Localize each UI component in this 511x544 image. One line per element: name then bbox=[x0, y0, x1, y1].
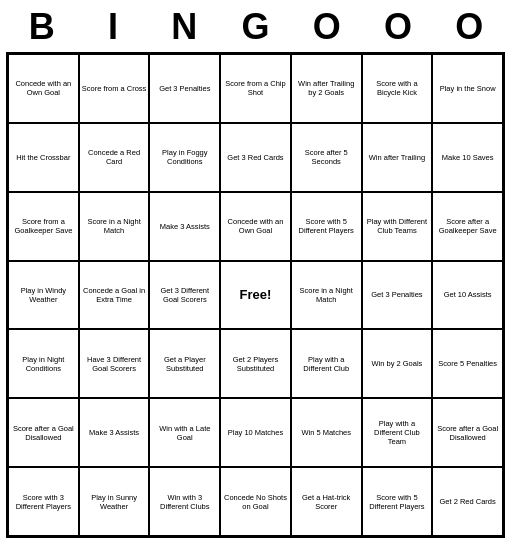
cell-r5-c6[interactable]: Score after a Goal Disallowed bbox=[432, 398, 503, 467]
cell-r1-c0[interactable]: Hit the Crossbar bbox=[8, 123, 79, 192]
cell-r4-c0[interactable]: Play in Night Conditions bbox=[8, 329, 79, 398]
cell-r6-c2[interactable]: Win with 3 Different Clubs bbox=[149, 467, 220, 536]
cell-r5-c3[interactable]: Play 10 Matches bbox=[220, 398, 291, 467]
cell-r5-c5[interactable]: Play with a Different Club Team bbox=[362, 398, 433, 467]
cell-r3-c0[interactable]: Play in Windy Weather bbox=[8, 261, 79, 330]
cell-r3-c3[interactable]: Free! bbox=[220, 261, 291, 330]
cell-r4-c2[interactable]: Get a Player Substituted bbox=[149, 329, 220, 398]
bingo-header: B I N G O O O bbox=[6, 6, 505, 48]
cell-r4-c1[interactable]: Have 3 Different Goal Scorers bbox=[79, 329, 150, 398]
cell-r3-c5[interactable]: Get 3 Penalties bbox=[362, 261, 433, 330]
cell-r5-c4[interactable]: Win 5 Matches bbox=[291, 398, 362, 467]
letter-g: G bbox=[220, 6, 290, 48]
cell-r3-c4[interactable]: Score in a Night Match bbox=[291, 261, 362, 330]
cell-r2-c6[interactable]: Score after a Goalkeeper Save bbox=[432, 192, 503, 261]
letter-n: N bbox=[149, 6, 219, 48]
cell-r6-c3[interactable]: Concede No Shots on Goal bbox=[220, 467, 291, 536]
cell-r0-c1[interactable]: Score from a Cross bbox=[79, 54, 150, 123]
cell-r2-c1[interactable]: Score in a Night Match bbox=[79, 192, 150, 261]
cell-r0-c2[interactable]: Get 3 Penalties bbox=[149, 54, 220, 123]
cell-r2-c0[interactable]: Score from a Goalkeeper Save bbox=[8, 192, 79, 261]
cell-r4-c4[interactable]: Play with a Different Club bbox=[291, 329, 362, 398]
cell-r6-c5[interactable]: Score with 5 Different Players bbox=[362, 467, 433, 536]
cell-r2-c5[interactable]: Play with Different Club Teams bbox=[362, 192, 433, 261]
cell-r4-c5[interactable]: Win by 2 Goals bbox=[362, 329, 433, 398]
cell-r0-c5[interactable]: Score with a Bicycle Kick bbox=[362, 54, 433, 123]
cell-r1-c3[interactable]: Get 3 Red Cards bbox=[220, 123, 291, 192]
cell-r1-c6[interactable]: Make 10 Saves bbox=[432, 123, 503, 192]
cell-r1-c1[interactable]: Concede a Red Card bbox=[79, 123, 150, 192]
cell-r0-c4[interactable]: Win after Trailing by 2 Goals bbox=[291, 54, 362, 123]
cell-r3-c1[interactable]: Concede a Goal in Extra Time bbox=[79, 261, 150, 330]
bingo-grid: Concede with an Own GoalScore from a Cro… bbox=[6, 52, 505, 538]
cell-r5-c0[interactable]: Score after a Goal Disallowed bbox=[8, 398, 79, 467]
cell-r1-c5[interactable]: Win after Trailing bbox=[362, 123, 433, 192]
cell-r2-c2[interactable]: Make 3 Assists bbox=[149, 192, 220, 261]
cell-r1-c4[interactable]: Score after 5 Seconds bbox=[291, 123, 362, 192]
letter-i: I bbox=[78, 6, 148, 48]
cell-r1-c2[interactable]: Play in Foggy Conditions bbox=[149, 123, 220, 192]
cell-r6-c4[interactable]: Get a Hat-trick Scorer bbox=[291, 467, 362, 536]
cell-r6-c0[interactable]: Score with 3 Different Players bbox=[8, 467, 79, 536]
letter-o3: O bbox=[434, 6, 504, 48]
cell-r6-c1[interactable]: Play in Sunny Weather bbox=[79, 467, 150, 536]
cell-r2-c3[interactable]: Concede with an Own Goal bbox=[220, 192, 291, 261]
cell-r0-c3[interactable]: Score from a Chip Shot bbox=[220, 54, 291, 123]
cell-r0-c0[interactable]: Concede with an Own Goal bbox=[8, 54, 79, 123]
cell-r4-c3[interactable]: Get 2 Players Substituted bbox=[220, 329, 291, 398]
cell-r3-c6[interactable]: Get 10 Assists bbox=[432, 261, 503, 330]
cell-r6-c6[interactable]: Get 2 Red Cards bbox=[432, 467, 503, 536]
cell-r0-c6[interactable]: Play in the Snow bbox=[432, 54, 503, 123]
cell-r5-c1[interactable]: Make 3 Assists bbox=[79, 398, 150, 467]
cell-r5-c2[interactable]: Win with a Late Goal bbox=[149, 398, 220, 467]
letter-o2: O bbox=[363, 6, 433, 48]
letter-o1: O bbox=[292, 6, 362, 48]
cell-r4-c6[interactable]: Score 5 Penalties bbox=[432, 329, 503, 398]
cell-r3-c2[interactable]: Get 3 Different Goal Scorers bbox=[149, 261, 220, 330]
cell-r2-c4[interactable]: Score with 5 Different Players bbox=[291, 192, 362, 261]
letter-b: B bbox=[7, 6, 77, 48]
